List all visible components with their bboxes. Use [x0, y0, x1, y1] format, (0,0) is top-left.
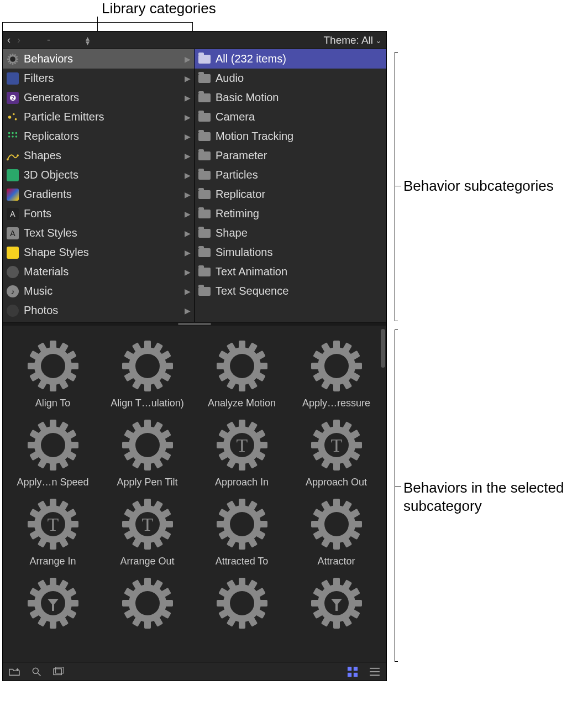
subcategory-row[interactable]: All (232 items) [195, 49, 386, 69]
behavior-item-label: Attracted To [216, 556, 269, 567]
subcategory-list[interactable]: All (232 items)AudioBasic MotionCameraMo… [195, 49, 386, 322]
behavior-item[interactable]: TApproach Out [291, 415, 382, 488]
svg-line-16 [38, 673, 41, 676]
behavior-item[interactable]: TArrange In [7, 494, 98, 567]
behavior-item[interactable] [7, 573, 98, 635]
subcategory-row[interactable]: Basic Motion [195, 88, 386, 107]
chevron-right-icon: ▶ [185, 93, 191, 102]
category-row-photos[interactable]: Photos▶ [3, 301, 194, 320]
behavior-item[interactable]: Attracted To [196, 494, 287, 567]
category-row-filters[interactable]: Filters▶ [3, 69, 194, 88]
subcategory-row[interactable]: Audio [195, 69, 386, 88]
scrollbar-thumb[interactable] [381, 329, 385, 368]
chevron-right-icon: ▶ [185, 74, 191, 83]
subcategory-row[interactable]: Replicator [195, 185, 386, 204]
gear-icon [23, 415, 83, 475]
svg-point-1 [13, 113, 15, 115]
mat-icon [5, 265, 20, 279]
category-row-shape-styles[interactable]: Shape Styles▶ [3, 243, 194, 262]
behavior-item[interactable]: Apply…ressure [291, 336, 382, 409]
subcategory-label: Parameter [216, 149, 383, 162]
lead-line-tick [395, 661, 398, 662]
subcategory-label: Text Animation [216, 265, 383, 278]
behavior-item[interactable] [291, 573, 382, 635]
category-row-replicators[interactable]: Replicators▶ [3, 127, 194, 146]
behavior-item[interactable]: Align T…ulation) [102, 336, 193, 409]
behavior-item[interactable]: Analyze Motion [196, 336, 287, 409]
behavior-item[interactable]: Apply…n Speed [7, 415, 98, 488]
gear-icon [117, 336, 178, 396]
behavior-item[interactable]: Apply Pen Tilt [102, 415, 193, 488]
chevron-right-icon: ▶ [185, 190, 191, 199]
search-button[interactable] [30, 667, 43, 677]
category-row-particle-emitters[interactable]: Particle Emitters▶ [3, 107, 194, 127]
behavior-item-label: Attractor [317, 556, 355, 567]
subcategory-row[interactable]: Particles [195, 165, 386, 185]
new-folder-button[interactable] [8, 667, 20, 677]
rep-icon [5, 130, 20, 143]
behavior-item[interactable]: Attractor [291, 494, 382, 567]
svg-rect-21 [348, 672, 351, 676]
svg-rect-17 [54, 668, 61, 675]
category-row-text-styles[interactable]: AText Styles▶ [3, 223, 194, 243]
behavior-item-label: Approach Out [306, 477, 367, 488]
category-row-shapes[interactable]: Shapes▶ [3, 146, 194, 165]
svg-rect-20 [354, 666, 358, 670]
subcategory-row[interactable]: Parameter [195, 146, 386, 165]
subcategory-row[interactable]: Simulations [195, 243, 386, 262]
chevron-right-icon: ▶ [185, 306, 191, 315]
category-label: Generators [24, 91, 181, 104]
gear-icon [306, 573, 367, 634]
subcategory-row[interactable]: Shape [195, 223, 386, 243]
photos-icon [5, 304, 20, 317]
folder-icon [197, 72, 212, 85]
behavior-item[interactable]: TApproach In [196, 415, 287, 488]
folder-icon [197, 111, 212, 124]
subcategory-row[interactable]: Retiming [195, 204, 386, 223]
folder-icon [197, 227, 212, 240]
category-columns: Behaviors▶Filters▶❷Generators▶Particle E… [3, 49, 386, 322]
svg-text:T: T [141, 514, 153, 535]
folder-icon [197, 53, 212, 66]
items-grid-panel: Align ToAlign T…ulation)Analyze MotionAp… [3, 326, 386, 662]
category-row-fonts[interactable]: AFonts▶ [3, 204, 194, 223]
behavior-item-label: Approach In [215, 477, 269, 488]
category-row-3d-objects[interactable]: 3D Objects▶ [3, 165, 194, 185]
category-list[interactable]: Behaviors▶Filters▶❷Generators▶Particle E… [3, 49, 195, 322]
behavior-item[interactable]: TArrange Out [102, 494, 193, 567]
subcategory-row[interactable]: Camera [195, 107, 386, 127]
subcategory-row[interactable]: Text Sequence [195, 281, 386, 301]
svg-point-2 [15, 118, 17, 120]
behavior-item-label: Align T…ulation) [111, 398, 184, 409]
folder-icon [197, 285, 212, 298]
nav-forward-button[interactable]: › [17, 34, 20, 46]
behavior-item[interactable] [102, 573, 193, 635]
category-label: Shape Styles [24, 246, 181, 259]
chevron-right-icon: ▶ [185, 55, 191, 64]
items-grid: Align ToAlign T…ulation)Analyze MotionAp… [7, 336, 382, 635]
svg-rect-18 [56, 667, 64, 673]
nav-back-button[interactable]: ‹ [7, 34, 11, 46]
category-row-music[interactable]: ♪Music▶ [3, 281, 194, 301]
gear-icon [5, 53, 20, 66]
path-popup-icon[interactable]: ▴▾ [86, 36, 90, 45]
theme-popup[interactable]: Theme: All ⌄ [323, 34, 382, 46]
category-row-behaviors[interactable]: Behaviors▶ [3, 49, 194, 69]
subcategory-row[interactable]: Text Animation [195, 262, 386, 281]
subcategory-row[interactable]: Motion Tracking [195, 127, 386, 146]
behavior-item[interactable]: Align To [7, 336, 98, 409]
list-view-button[interactable] [369, 667, 381, 677]
category-row-gradients[interactable]: Gradients▶ [3, 185, 194, 204]
behavior-item[interactable] [196, 573, 287, 635]
folder-icon [197, 207, 212, 221]
category-row-generators[interactable]: ❷Generators▶ [3, 88, 194, 107]
svg-point-6 [8, 135, 11, 138]
chevron-right-icon: ▶ [185, 248, 191, 257]
lead-line-tick [395, 52, 398, 53]
stack-view-button[interactable] [53, 667, 65, 677]
category-row-materials[interactable]: Materials▶ [3, 262, 194, 281]
gen-icon: ❷ [5, 91, 20, 104]
grid-view-button[interactable] [347, 667, 359, 677]
lead-line [192, 22, 193, 31]
behavior-item-label: Arrange Out [120, 556, 174, 567]
